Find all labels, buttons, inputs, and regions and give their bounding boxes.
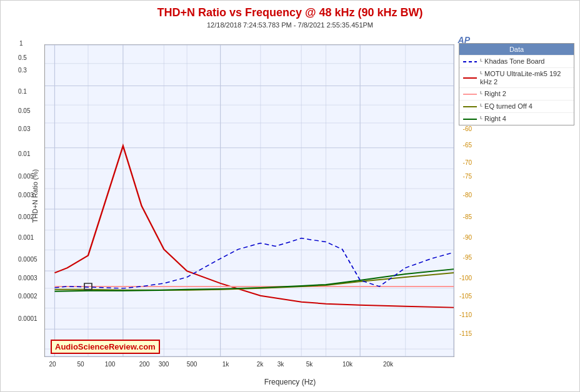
chart-title: THD+N Ratio vs Frequency @ 48 kHz (90 kH… — [1, 1, 579, 20]
y-tick-005: 0.05 — [18, 107, 30, 114]
y-rtick-105: -105 — [459, 293, 472, 300]
y-rtick-75: -75 — [463, 173, 472, 180]
y-tick-00002: 0.0002 — [18, 293, 38, 300]
legend: Data ᴸ Khadas Tone Board ᴸ MOTU UltraLit… — [459, 43, 574, 125]
watermark: AudioScienceReview.com — [51, 340, 160, 354]
y-rtick-60: -60 — [463, 125, 472, 132]
khadas-label: ᴸ Khadas Tone Board — [480, 57, 544, 66]
motu-color — [463, 77, 477, 79]
chart-container: THD+N Ratio vs Frequency @ 48 kHz (90 kH… — [0, 0, 580, 392]
motu-line — [54, 146, 454, 308]
y-tick-0005: 0.005 — [18, 173, 34, 180]
y-rtick-90: -90 — [463, 234, 472, 241]
y-tick-1: 1 — [19, 40, 23, 47]
chart-subtitle: 12/18/2018 7:24:53.783 PM - 7/8/2021 2:5… — [1, 21, 579, 29]
x-tick-3k: 3k — [278, 361, 284, 368]
y-tick-003: 0.03 — [18, 125, 30, 132]
x-tick-1k: 1k — [222, 361, 229, 368]
y-tick-00003: 0.0003 — [18, 275, 38, 282]
chart-area — [44, 44, 454, 357]
legend-item-khadas: ᴸ Khadas Tone Board — [459, 55, 574, 67]
y-tick-01: 0.1 — [18, 88, 27, 95]
legend-item-eq-off: ᴸ EQ turned Off 4 — [459, 100, 574, 112]
right4-label: ᴸ Right 4 — [480, 115, 506, 123]
y-rtick-115: -115 — [459, 330, 472, 337]
x-tick-500: 500 — [187, 361, 198, 368]
y-rtick-95: -95 — [463, 254, 472, 261]
x-tick-5k: 5k — [306, 361, 313, 368]
right2-label: ᴸ Right 2 — [480, 90, 506, 98]
x-axis-label: Frequency (Hz) — [264, 378, 316, 386]
khadas-line — [54, 238, 454, 288]
y-tick-03: 0.3 — [18, 67, 27, 74]
y-tick-001: 0.01 — [18, 150, 30, 157]
legend-item-motu: ᴸ MOTU UltraLite-mk5 192 kHz 2 — [459, 67, 574, 87]
y-tick-00005: 0.0005 — [18, 256, 38, 263]
y-rtick-70: -70 — [463, 159, 472, 166]
y-tick-0001: 0.001 — [18, 234, 34, 241]
legend-item-right4: ᴸ Right 4 — [459, 112, 574, 125]
y-tick-0002: 0.002 — [18, 213, 34, 220]
x-tick-300: 300 — [159, 361, 169, 368]
legend-item-right2: ᴸ Right 2 — [459, 87, 574, 100]
right4-color — [463, 119, 477, 120]
x-tick-50: 50 — [77, 361, 84, 368]
y-rtick-65: -65 — [463, 142, 472, 149]
x-tick-20: 20 — [49, 361, 56, 368]
x-tick-10k: 10k — [342, 361, 352, 368]
y-tick-0003: 0.003 — [18, 192, 34, 198]
chart-svg — [45, 45, 454, 356]
y-rtick-85: -85 — [463, 213, 472, 220]
y-rtick-100: -100 — [459, 275, 472, 282]
x-tick-20k: 20k — [383, 361, 393, 368]
y-rtick-80: -80 — [463, 192, 472, 198]
khadas-color — [463, 61, 477, 62]
y-tick-05: 0.5 — [18, 54, 27, 61]
x-tick-100: 100 — [105, 361, 116, 368]
y-rtick-110: -110 — [459, 311, 472, 318]
y-tick-00001: 0.0001 — [18, 315, 38, 322]
eq-off-color — [463, 106, 477, 107]
x-tick-200: 200 — [139, 361, 150, 368]
motu-label: ᴸ MOTU UltraLite-mk5 192 kHz 2 — [480, 70, 570, 86]
x-tick-2k: 2k — [257, 361, 264, 368]
eq-off-label: ᴸ EQ turned Off 4 — [480, 102, 532, 110]
legend-header: Data — [459, 44, 574, 55]
right2-color — [463, 94, 477, 95]
